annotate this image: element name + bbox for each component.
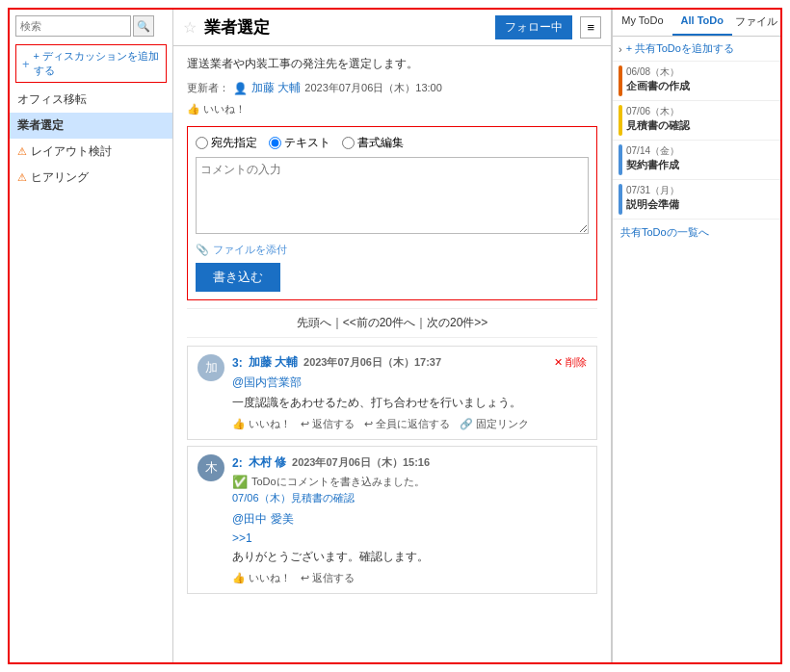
todo-item-content: 07/06（木） 見積書の確認 (626, 105, 775, 133)
comment-mention: @国内営業部 (232, 375, 587, 391)
sidebar-item-hearing[interactable]: ヒアリング (10, 165, 172, 191)
delete-button[interactable]: ✕ 削除 (554, 355, 587, 370)
main-layout: 🔍 + + ディスカッションを追加する オフィス移転 業者選定 レイアウト検討 … (10, 10, 780, 662)
pagination: 先頭へ｜<<前の20件へ｜次の20件>> (187, 308, 597, 338)
tab-my-todo[interactable]: My ToDo (613, 10, 672, 36)
reply-action[interactable]: ↩ 返信する (301, 417, 355, 431)
todo-item-bar (619, 144, 622, 175)
text-radio-label[interactable]: テキスト (269, 135, 330, 151)
reply-all-action[interactable]: ↩ 全員に返信する (364, 417, 450, 431)
comment-list: 加 3: 加藤 大輔 2023年07月06日（木）17:37 ✕ 削除 (187, 346, 597, 600)
updater-name: 加藤 大輔 (251, 80, 301, 96)
page-title: 業者選定 (204, 16, 487, 39)
reply-ref: >>1 (232, 531, 587, 545)
todo-item-bar (619, 65, 622, 96)
like-action[interactable]: 👍 いいね！ (232, 571, 291, 585)
reply-action[interactable]: ↩ 返信する (301, 571, 355, 585)
comment-text: ありがとうございます。確認します。 (232, 549, 587, 565)
search-area: 🔍 (10, 10, 172, 40)
attach-file-row[interactable]: 📎 ファイルを添付 (196, 243, 589, 257)
comment-author-row: 2: 木村 修 2023年07月06日（木）15:16 (232, 454, 430, 471)
todo-all-link[interactable]: 共有ToDoの一覧へ (613, 220, 780, 246)
comment-mention: @田中 愛美 (232, 511, 587, 528)
attach-label: ファイルを添付 (213, 243, 287, 257)
submit-button[interactable]: 書き込む (196, 263, 280, 292)
right-sidebar: My ToDo All ToDo ファイル › + 共有ToDoを追加する 06… (612, 10, 780, 662)
comment-date: 2023年07月06日（木）15:16 (292, 455, 430, 470)
edit-radio-text: 書式編集 (357, 135, 404, 151)
todo-item-content: 07/14（金） 契約書作成 (626, 144, 775, 172)
todo-item-date: 07/31（月） (626, 184, 775, 197)
add-discussion-button[interactable]: + + ディスカッションを追加する (15, 44, 167, 83)
add-shared-todo-button[interactable]: + 共有ToDoを追加する (626, 41, 734, 56)
comment-author-name: 木村 修 (249, 454, 286, 471)
comment-body: 3: 加藤 大輔 2023年07月06日（木）17:37 ✕ 削除 @国内営業部… (232, 354, 587, 431)
todo-mention: ✅ ToDoにコメントを書き込みました。 (232, 475, 587, 489)
plus-icon: + (22, 57, 30, 71)
todo-item-date: 07/06（木） (626, 105, 775, 118)
sidebar-item-label: ヒアリング (31, 169, 89, 186)
todo-item-bar (619, 184, 622, 215)
dest-radio[interactable] (196, 137, 208, 149)
sidebar: 🔍 + + ディスカッションを追加する オフィス移転 業者選定 レイアウト検討 … (10, 10, 173, 662)
todo-item-content: 07/31（月） 説明会準備 (626, 184, 775, 212)
avatar: 木 (198, 454, 224, 481)
updater-label: 更新者： (187, 81, 229, 95)
edit-radio-label[interactable]: 書式編集 (342, 135, 404, 151)
comment-with-avatar: 木 2: 木村 修 2023年07月06日（木）15:16 (198, 454, 587, 585)
menu-button[interactable]: ≡ (580, 16, 601, 39)
comment-num: 2: (232, 456, 243, 470)
todo-tabs: My ToDo All ToDo ファイル (613, 10, 780, 37)
text-radio[interactable] (269, 137, 281, 149)
user-icon: 👤 (233, 82, 248, 95)
todo-item: 06/08（木） 企画書の作成 (613, 62, 780, 101)
edit-radio[interactable] (342, 137, 355, 149)
comment-header: 2: 木村 修 2023年07月06日（木）15:16 (232, 454, 587, 471)
comment-form: 宛先指定 テキスト 書式編集 📎 ファ (187, 126, 597, 300)
sidebar-category-label: オフィス移転 (10, 87, 172, 113)
sidebar-item-layout[interactable]: レイアウト検討 (10, 139, 172, 165)
follow-button[interactable]: フォロー中 (495, 15, 572, 39)
comment-body: 2: 木村 修 2023年07月06日（木）15:16 ✅ ToDoにコメントを… (232, 454, 587, 585)
todo-note: ToDoにコメントを書き込みました。 (251, 475, 425, 489)
search-button[interactable]: 🔍 (133, 15, 154, 37)
permalink-action[interactable]: 🔗 固定リンク (460, 417, 529, 431)
like-action[interactable]: 👍 いいね！ (232, 417, 291, 431)
todo-item-title: 契約書作成 (626, 158, 775, 172)
comment-num: 3: (232, 356, 243, 370)
add-discussion-label: + ディスカッションを追加する (34, 49, 160, 78)
tab-all-todo[interactable]: All ToDo (672, 10, 732, 36)
todo-add-row: › + 共有ToDoを追加する (613, 37, 780, 62)
sidebar-item-label: レイアウト検討 (31, 143, 112, 160)
meta-row: 更新者： 👤 加藤 大輔 2023年07月06日（木）13:00 (187, 80, 597, 96)
todo-link[interactable]: 07/06（木）見積書の確認 (232, 491, 587, 505)
search-input[interactable] (15, 15, 131, 37)
comment-author-row: 3: 加藤 大輔 2023年07月06日（木）17:37 (232, 354, 441, 371)
comment-text: 一度認識をあわせるため、打ち合わせを行いましょう。 (232, 395, 587, 411)
paperclip-icon: 📎 (196, 244, 209, 256)
app-container: 🔍 + + ディスカッションを追加する オフィス移転 業者選定 レイアウト検討 … (8, 8, 782, 664)
like-row[interactable]: 👍 いいね！ (187, 102, 597, 116)
tab-file[interactable]: ファイル (732, 10, 780, 36)
comment-author-name: 加藤 大輔 (249, 354, 298, 371)
expand-icon[interactable]: › (619, 43, 622, 55)
todo-item: 07/06（木） 見積書の確認 (613, 101, 780, 141)
todo-item-title: 企画書の作成 (626, 79, 775, 93)
comment-input[interactable] (196, 157, 589, 234)
comment-item: 木 2: 木村 修 2023年07月06日（木）15:16 (187, 446, 597, 594)
dest-radio-label[interactable]: 宛先指定 (196, 135, 257, 151)
todo-item-date: 07/14（金） (626, 144, 775, 158)
content-body: 運送業者や内装工事の発注先を選定します。 更新者： 👤 加藤 大輔 2023年0… (173, 46, 611, 662)
pagination-text[interactable]: 先頭へ｜<<前の20件へ｜次の20件>> (297, 316, 488, 329)
todo-item-title: 説明会準備 (626, 197, 775, 212)
sidebar-item-gyosya[interactable]: 業者選定 (10, 113, 172, 139)
todo-item: 07/31（月） 説明会準備 (613, 180, 780, 220)
avatar: 加 (198, 354, 224, 381)
comment-type-selector: 宛先指定 テキスト 書式編集 (196, 135, 589, 151)
content-header: ☆ 業者選定 フォロー中 ≡ (173, 10, 611, 46)
comment-date: 2023年07月06日（木）17:37 (303, 355, 441, 370)
dest-radio-text: 宛先指定 (211, 135, 257, 151)
star-icon[interactable]: ☆ (183, 18, 197, 37)
comment-actions: 👍 いいね！ ↩ 返信する (232, 571, 587, 585)
comment-with-avatar: 加 3: 加藤 大輔 2023年07月06日（木）17:37 ✕ 削除 (198, 354, 587, 431)
